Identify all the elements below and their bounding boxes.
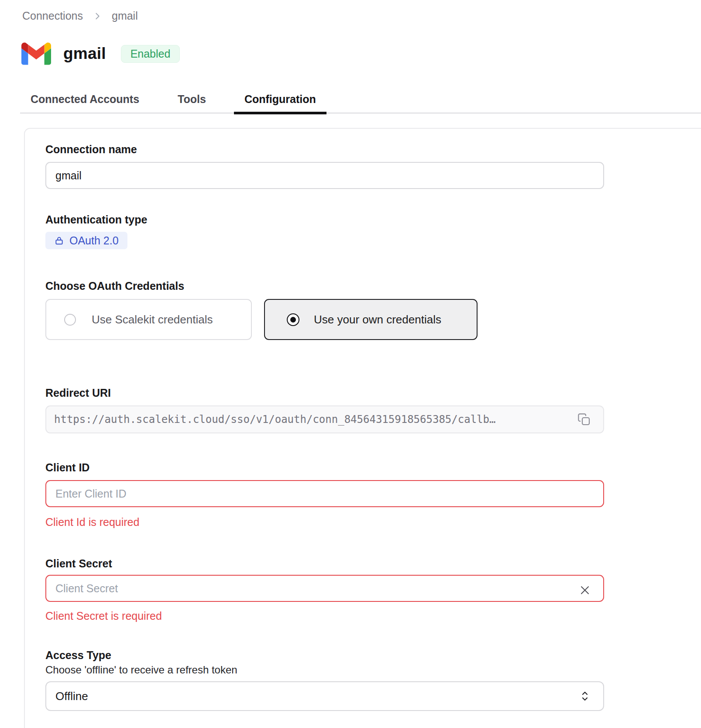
client-id-input[interactable] <box>45 480 604 507</box>
oauth-badge: OAuth 2.0 <box>45 232 127 249</box>
client-id-group: Client ID Client Id is required <box>45 461 604 528</box>
option-scalekit-credentials-label: Use Scalekit credentials <box>92 313 213 326</box>
connection-name-input[interactable] <box>45 162 604 189</box>
redirect-uri-value: https://auth.scalekit.cloud/sso/v1/oauth… <box>54 413 568 426</box>
gmail-logo-icon <box>21 42 51 65</box>
tab-configuration[interactable]: Configuration <box>234 86 326 113</box>
clear-client-secret-button[interactable] <box>577 582 593 598</box>
access-type-value: Offline <box>55 690 88 703</box>
page-title: gmail <box>63 45 106 63</box>
oauth-credentials-label: Choose OAuth Credentials <box>45 280 604 292</box>
breadcrumb-connections[interactable]: Connections <box>22 10 83 22</box>
connection-name-label: Connection name <box>45 143 604 155</box>
configuration-panel: Connection name Authentication type OAut… <box>24 128 701 728</box>
option-own-credentials-label: Use your own credentials <box>314 313 441 326</box>
redirect-uri-label: Redirect URI <box>45 387 604 399</box>
client-secret-input[interactable] <box>45 575 604 602</box>
authentication-type-label: Authentication type <box>45 213 604 226</box>
access-type-select[interactable]: Offline <box>45 681 604 711</box>
oauth-credentials-options: Use Scalekit credentials Use your own cr… <box>45 299 604 340</box>
tab-tools[interactable]: Tools <box>167 86 216 113</box>
access-type-group: Access Type Choose 'offline' to receive … <box>45 649 604 711</box>
oauth-credentials-group: Choose OAuth Credentials Use Scalekit cr… <box>45 280 604 340</box>
status-badge: Enabled <box>121 45 180 63</box>
x-icon <box>578 583 592 597</box>
copy-icon <box>577 412 591 426</box>
client-id-label: Client ID <box>45 461 604 474</box>
redirect-uri-field[interactable]: https://auth.scalekit.cloud/sso/v1/oauth… <box>45 405 604 433</box>
option-own-credentials[interactable]: Use your own credentials <box>264 299 478 340</box>
radio-checked-icon <box>287 313 299 326</box>
option-scalekit-credentials[interactable]: Use Scalekit credentials <box>45 299 252 340</box>
client-secret-label: Client Secret <box>45 557 604 570</box>
client-id-error: Client Id is required <box>45 516 604 528</box>
page-header: gmail Enabled <box>21 42 701 65</box>
tab-connected-accounts[interactable]: Connected Accounts <box>20 86 150 113</box>
access-type-label: Access Type <box>45 649 604 661</box>
breadcrumb: Connections gmail <box>22 10 701 22</box>
access-type-help: Choose 'offline' to receive a refresh to… <box>45 664 604 676</box>
connection-name-group: Connection name <box>45 143 604 189</box>
copy-button[interactable] <box>575 411 593 428</box>
radio-unchecked-icon <box>64 314 76 326</box>
client-secret-group: Client Secret Client Secret is required <box>45 557 604 622</box>
lock-icon <box>54 236 64 246</box>
breadcrumb-current: gmail <box>112 10 138 22</box>
chevron-right-icon <box>93 11 102 21</box>
chevron-up-down-icon <box>580 689 590 703</box>
tab-bar: Connected Accounts Tools Configuration <box>20 86 701 113</box>
oauth-badge-label: OAuth 2.0 <box>69 234 119 247</box>
redirect-uri-group: Redirect URI https://auth.scalekit.cloud… <box>45 387 604 433</box>
authentication-type-group: Authentication type OAuth 2.0 <box>45 213 604 249</box>
client-secret-error: Client Secret is required <box>45 610 604 622</box>
